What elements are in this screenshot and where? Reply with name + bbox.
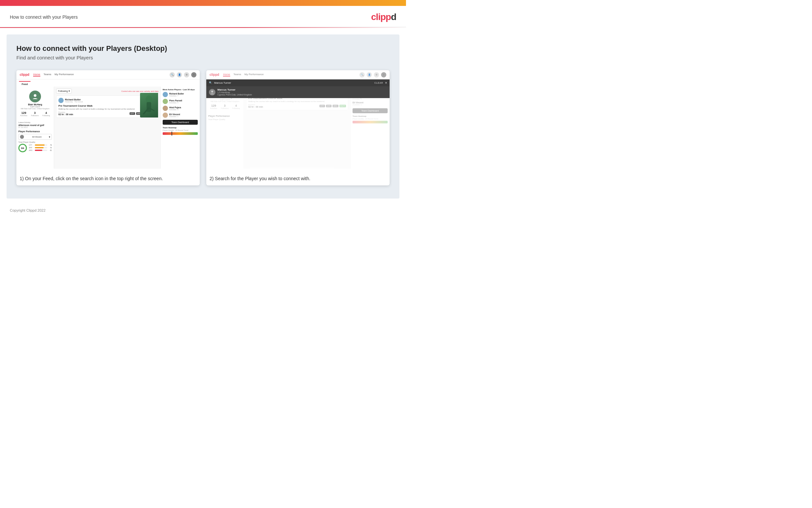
stat-activities-num: 129	[20, 111, 28, 115]
profile-club: Mill Ride Golf Club, United Kingdom	[18, 108, 52, 110]
close-icon[interactable]: ×	[385, 81, 387, 85]
duration-info: Duration 02 hr : 00 min	[58, 111, 73, 116]
bar-value-app: 70	[48, 147, 52, 149]
stat-activities-label: Activities	[20, 115, 28, 117]
settings-icon-nav[interactable]: ⚙	[184, 72, 189, 78]
activity-card: Richard Butler Yesterday · The Grove Pre…	[56, 95, 158, 118]
app-nav-logo-1: clippd	[20, 73, 29, 77]
bar-fill-ott	[35, 144, 45, 146]
bar-track-arg	[35, 150, 47, 151]
player-avatar-4	[163, 113, 168, 118]
nav-home-2[interactable]: Home	[223, 73, 230, 77]
main-heading: How to connect with your Players (Deskto…	[16, 44, 390, 53]
stat-followers-num: 3	[31, 111, 39, 115]
nav-my-performance-2[interactable]: My Performance	[244, 73, 264, 77]
copyright-text: Copyright Clippd 2022	[10, 208, 46, 212]
stat-following: 4 Following	[42, 111, 50, 117]
footer: Copyright Clippd 2022	[0, 205, 406, 216]
user-icon-nav-2[interactable]: 👤	[367, 72, 372, 78]
stat-activities: 129 Activities	[20, 111, 28, 117]
tag-ott: OTT	[130, 112, 135, 115]
user-icon-nav[interactable]: 👤	[177, 72, 182, 78]
player-name-2: Piers Parnell	[169, 99, 182, 102]
bar-ott: OTT 79	[29, 144, 52, 146]
following-btn[interactable]: Following	[56, 89, 72, 93]
svg-point-0	[34, 94, 36, 97]
app-nav-logo-2: clippd	[209, 73, 219, 77]
header-divider	[0, 27, 406, 28]
player-acts-3: Activities: 3	[169, 109, 181, 111]
search-results: Marcus Turner 1·5 Handicap Cypress Point…	[206, 86, 390, 98]
control-link[interactable]: Control who can see your activity and da…	[121, 90, 158, 92]
nav-teams[interactable]: Teams	[44, 73, 51, 77]
following-label: Following	[58, 90, 68, 92]
clear-button[interactable]: CLEAR	[375, 82, 383, 84]
stat-followers: 3 Followers	[31, 111, 39, 117]
player-info-4: Eli Vincent Activities: 1	[169, 113, 180, 118]
player-acts-1: Activities: 7	[169, 95, 184, 97]
player-select-avatar	[20, 135, 24, 139]
app-right-1: Most Active Players - Last 30 days Richa…	[160, 87, 200, 169]
search-result-avatar	[209, 89, 216, 95]
app-nav-icons-1: 🔍 👤 ⚙ B	[170, 72, 196, 78]
avatar-nav-2[interactable]: B	[381, 72, 386, 78]
search-overlay: 🔍 Marcus Turner CLEAR × Marcus Turner	[206, 79, 390, 98]
team-dashboard-btn[interactable]: Team Dashboard	[163, 120, 198, 125]
activity-user-name: Richard Butler	[65, 98, 83, 101]
feed-tab[interactable]: Feed	[19, 81, 31, 87]
stat-following-num: 4	[42, 111, 50, 115]
activity-user-info: Richard Butler Yesterday · The Grove	[65, 98, 83, 103]
bar-track-ott	[35, 144, 47, 146]
caption-text-2: 2) Search for the Player you wish to con…	[209, 175, 386, 182]
search-result-club: Cypress Point Club, United Kingdom	[218, 93, 252, 96]
activity-user-meta: Yesterday · The Grove	[65, 101, 83, 103]
player-select[interactable]: Eli Vincent	[18, 134, 52, 140]
chevron-following	[68, 90, 70, 92]
search-query[interactable]: Marcus Turner	[214, 81, 373, 84]
app-nav-links-1: Home Teams My Performance	[33, 73, 74, 77]
search-result-info: Marcus Turner 1·5 Handicap Cypress Point…	[218, 88, 252, 96]
nav-my-performance[interactable]: My Performance	[54, 73, 74, 77]
profile-name: Blair McHarg	[18, 103, 52, 106]
app-middle-1: Following Control who can see your activ…	[54, 87, 160, 169]
activity-user-avatar	[58, 98, 64, 103]
screenshots-row: clippd Home Teams My Performance 🔍 👤 ⚙ B…	[16, 70, 390, 185]
main-subheading: Find and connect with your Players	[16, 55, 390, 60]
stat-followers-label: Followers	[31, 115, 39, 117]
nav-home[interactable]: Home	[33, 73, 40, 77]
player-perf-label: Player Performance	[18, 130, 52, 133]
bar-label-app: APP	[29, 147, 34, 149]
screenshot-wrapper-1: clippd Home Teams My Performance 🔍 👤 ⚙ B…	[16, 70, 200, 169]
activity-date: 27 Jul 2022	[18, 126, 52, 128]
heatmap-bar	[163, 132, 198, 135]
player-info-1: Richard Butler Activities: 7	[169, 92, 184, 97]
search-icon-nav-2[interactable]: 🔍	[360, 72, 365, 78]
page-title: How to connect with your Players	[10, 14, 78, 20]
player-avatar-3	[163, 106, 168, 111]
caption-text-1: 1) On your Feed, click on the search ico…	[20, 175, 196, 182]
duration-value: 02 hr : 00 min	[58, 113, 73, 116]
caption-2: 2) Search for the Player you wish to con…	[206, 169, 390, 185]
search-icon-nav[interactable]: 🔍	[170, 72, 175, 78]
nav-teams-2[interactable]: Teams	[234, 73, 241, 77]
active-players-title: Most Active Players - Last 30 days	[163, 89, 198, 91]
player-name-4: Eli Vincent	[169, 113, 180, 116]
bar-value-ott: 79	[48, 144, 52, 146]
stat-following-label: Following	[42, 115, 50, 117]
screenshot-panel-2: clippd Home Teams My Performance 🔍 👤 ⚙ B	[206, 70, 390, 185]
app-nav-links-2: Home Teams My Performance	[223, 73, 264, 77]
search-result-item-1[interactable]: Marcus Turner 1·5 Handicap Cypress Point…	[206, 86, 390, 98]
bar-value-arg: 61	[48, 149, 52, 151]
score-circle: 84	[18, 144, 27, 152]
profile-section: Blair McHarg Golf Coach Mill Ride Golf C…	[18, 89, 52, 120]
player-info-3: Hiral Pujara Activities: 3	[169, 106, 181, 111]
latest-activity-label: Latest Activity	[18, 121, 52, 123]
player-info-2: Piers Parnell Activities: 4	[169, 99, 182, 104]
bar-arg: ARG 61	[29, 149, 52, 151]
settings-icon-nav-2[interactable]: ⚙	[374, 72, 379, 78]
player-name-3: Hiral Pujara	[169, 106, 181, 109]
player-list-item-1: Richard Butler Activities: 7	[163, 92, 198, 97]
bar-app: APP 70	[29, 147, 52, 149]
player-avatar-1	[163, 92, 168, 97]
avatar-nav[interactable]: B	[191, 72, 196, 78]
